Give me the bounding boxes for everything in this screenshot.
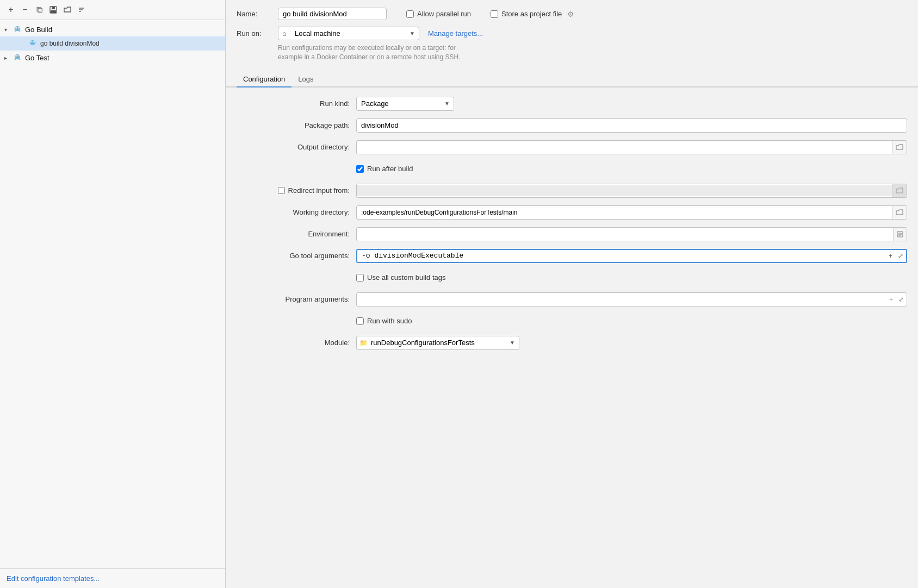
package-path-label: Package path: [237,121,356,129]
tab-logs[interactable]: Logs [291,72,320,87]
go-tool-arguments-wrapper: + ⤢ [356,249,907,263]
output-directory-browse-icon[interactable] [892,141,907,154]
store-project-label: Store as project file [501,10,562,18]
allow-parallel-group: Allow parallel run [406,10,471,18]
sidebar-toolbar: + − ⧉ [0,0,225,20]
environment-input[interactable] [357,228,893,240]
go-tool-arguments-input[interactable] [357,250,886,261]
program-args-add-icon[interactable]: + [886,293,896,306]
working-directory-browse-icon[interactable] [892,206,907,219]
chevron-right-icon: ▸ [4,55,12,61]
svg-point-24 [18,55,20,57]
sidebar: + − ⧉ ▾ [0,0,226,588]
svg-point-27 [18,59,21,60]
run-after-build-label: Run after build [367,165,413,173]
module-field: 📁 runDebugConfigurationsForTests ▼ [356,336,907,350]
working-directory-field [356,205,907,220]
run-kind-label: Run kind: [237,99,356,108]
allow-parallel-checkbox[interactable] [406,10,414,18]
gear-icon[interactable]: ⚙ [567,10,574,18]
svg-point-23 [16,55,17,57]
sort-icon[interactable] [76,4,87,15]
redirect-input-browse-icon[interactable] [892,184,907,197]
sidebar-footer: Edit configuration templates... [0,568,225,588]
save-icon[interactable] [48,4,59,15]
run-with-sudo-row: Run with sudo [237,314,907,329]
manage-targets-link[interactable]: Manage targets... [428,29,483,37]
run-after-build-checkbox[interactable] [356,165,364,173]
tab-configuration[interactable]: Configuration [237,72,291,87]
program-arguments-row: Program arguments: + ⤢ [237,292,907,307]
package-path-field [356,118,907,133]
go-test-label: Go Test [25,54,49,62]
edit-templates-link[interactable]: Edit configuration templates... [7,574,100,583]
go-test-icon [12,52,23,63]
run-with-sudo-field: Run with sudo [356,317,907,325]
store-as-project-group: Store as project file ⚙ [491,10,574,18]
go-build-icon [12,24,23,35]
module-select[interactable]: runDebugConfigurationsForTests [356,336,519,350]
output-directory-input[interactable] [357,141,892,153]
redirect-input-wrapper [356,184,907,198]
go-tool-args-add-icon[interactable]: + [886,250,895,262]
module-label: Module: [237,339,356,347]
go-tool-arguments-row: Go tool arguments: + ⤢ [237,248,907,264]
name-input[interactable] [278,8,387,20]
run-on-select[interactable]: Local machine [278,27,419,40]
go-tool-args-expand-icon[interactable]: ⤢ [895,250,906,262]
add-icon[interactable]: + [5,4,16,15]
run-kind-select[interactable]: Package File Directory [356,97,454,111]
remove-icon[interactable]: − [20,4,30,15]
sidebar-item-go-test[interactable]: ▸ Go Test [0,51,225,65]
output-directory-input-wrapper [356,140,907,154]
run-on-wrapper: ⌂ Local machine ▼ [278,27,419,40]
sidebar-item-go-build[interactable]: ▾ Go Build [0,22,225,36]
sidebar-item-go-build-divisionmod[interactable]: go build divisionMod [0,36,225,51]
program-arguments-wrapper: + ⤢ [356,292,907,306]
run-kind-row: Run kind: Package File Directory ▼ [237,96,907,111]
svg-point-10 [18,27,20,28]
output-directory-label: Output directory: [237,143,356,151]
svg-point-19 [31,43,34,45]
copy-icon[interactable]: ⧉ [34,4,45,15]
redirect-input-text-label: Redirect input from: [288,186,350,195]
redirect-input-row: Redirect input from: [237,183,907,198]
open-folder-icon[interactable] [62,4,73,15]
package-path-input[interactable] [356,118,907,133]
output-directory-row: Output directory: [237,140,907,155]
svg-rect-1 [52,7,55,9]
run-with-sudo-checkbox-row: Run with sudo [356,317,412,325]
run-on-label: Run on: [237,29,269,37]
run-with-sudo-checkbox[interactable] [356,317,364,325]
redirect-input-label: Redirect input from: [237,186,356,195]
go-build-divisionmod-label: go build divisionMod [40,40,100,47]
store-project-checkbox[interactable] [491,10,498,18]
svg-point-26 [14,59,16,60]
redirect-input-checkbox[interactable] [278,187,285,194]
hint-line2: example in a Docker Container or on a re… [278,53,461,61]
redirect-input-field [356,184,907,198]
header-hint: Run configurations may be executed local… [278,43,907,62]
working-directory-label: Working directory: [237,208,356,216]
program-args-expand-icon[interactable]: ⤢ [896,293,907,306]
custom-build-tags-checkbox[interactable] [356,274,364,282]
program-arguments-label: Program arguments: [237,295,356,303]
working-directory-input[interactable] [357,207,892,218]
go-tool-arguments-label: Go tool arguments: [237,252,356,260]
tabs-bar: Configuration Logs [226,72,918,87]
custom-build-tags-checkbox-row: Use all custom build tags [356,273,446,282]
sidebar-tree: ▾ Go Build [0,20,225,568]
header-row2: Run on: ⌂ Local machine ▼ Manage targets… [237,27,907,40]
program-arguments-input[interactable] [357,293,886,305]
svg-rect-2 [51,10,56,13]
run-kind-select-wrapper: Package File Directory ▼ [356,97,454,111]
environment-browse-icon[interactable] [893,228,907,241]
svg-point-9 [16,27,17,28]
main-content: Name: Allow parallel run Store as projec… [226,0,918,588]
run-after-build-field: Run after build [356,165,907,173]
svg-point-25 [16,57,19,59]
custom-build-tags-row: Use all custom build tags [237,270,907,285]
environment-field [356,227,907,241]
redirect-input-input[interactable] [357,185,892,196]
form-content: Run kind: Package File Directory ▼ Packa… [226,87,918,588]
